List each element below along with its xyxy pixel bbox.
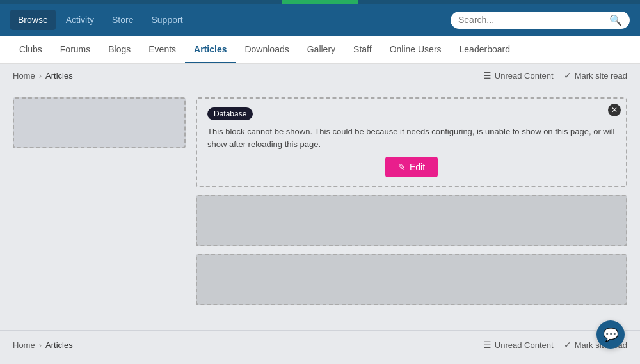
- search-button[interactable]: 🔍: [605, 14, 622, 26]
- unread-content-link-bottom[interactable]: ☰ Unread Content: [483, 340, 554, 350]
- nav-activity[interactable]: Activity: [58, 10, 102, 30]
- check-icon-top: ✓: [564, 70, 572, 81]
- edit-icon: ✎: [398, 162, 406, 172]
- mark-site-read-link-top[interactable]: ✓ Mark site read: [564, 70, 627, 81]
- left-column: [13, 97, 186, 320]
- left-placeholder-block: [13, 97, 186, 148]
- bottom-breadcrumb: Home › Articles: [13, 340, 73, 350]
- breadcrumb-current: Articles: [45, 71, 73, 81]
- bottom-breadcrumb-home[interactable]: Home: [13, 340, 35, 350]
- breadcrumb-separator: ›: [39, 71, 42, 81]
- close-button[interactable]: ✕: [608, 104, 621, 116]
- nav-staff[interactable]: Staff: [344, 36, 381, 63]
- bottom-breadcrumb-bar: Home › Articles ☰ Unread Content ✓ Mark …: [0, 330, 640, 359]
- nav-downloads[interactable]: Downloads: [236, 36, 298, 63]
- mark-site-read-label-top: Mark site read: [575, 71, 627, 81]
- chat-bubble[interactable]: 💬: [596, 320, 625, 349]
- unread-icon-top: ☰: [483, 70, 492, 81]
- breadcrumb: Home › Articles: [13, 71, 73, 81]
- right-column: ✕ Database This block cannot be shown. T…: [196, 97, 627, 320]
- nav-clubs[interactable]: Clubs: [10, 36, 51, 63]
- edit-button[interactable]: ✎ Edit: [385, 157, 438, 177]
- nav-articles[interactable]: Articles: [185, 36, 236, 63]
- bottom-breadcrumb-current: Articles: [45, 340, 73, 350]
- search-bar[interactable]: 🔍: [451, 12, 630, 29]
- nav-support[interactable]: Support: [144, 10, 191, 30]
- database-message: This block cannot be shown. This could b…: [207, 125, 616, 150]
- breadcrumb-home[interactable]: Home: [13, 71, 35, 81]
- bottom-breadcrumb-separator: ›: [39, 340, 42, 350]
- unread-content-link-top[interactable]: ☰ Unread Content: [483, 70, 554, 81]
- edit-label: Edit: [410, 162, 425, 172]
- nav-leaderboard[interactable]: Leaderboard: [451, 36, 519, 63]
- check-icon-bottom: ✓: [564, 340, 572, 350]
- main-content: ✕ Database This block cannot be shown. T…: [0, 87, 640, 330]
- search-input[interactable]: [458, 15, 605, 25]
- nav-browse[interactable]: Browse: [10, 10, 56, 30]
- unread-label-top: Unread Content: [495, 71, 554, 81]
- nav-events[interactable]: Events: [140, 36, 185, 63]
- top-breadcrumb-bar: Home › Articles ☰ Unread Content ✓ Mark …: [0, 64, 640, 87]
- content-block-1: [196, 195, 627, 246]
- unread-icon-bottom: ☰: [483, 340, 492, 350]
- database-tag: Database: [207, 107, 253, 120]
- nav-blogs[interactable]: Blogs: [99, 36, 140, 63]
- unread-label-bottom: Unread Content: [495, 340, 554, 350]
- content-block-2: [196, 254, 627, 305]
- footer: Contact Us Copyright © All Rights Reserv…: [0, 359, 640, 364]
- main-navbar: Browse Activity Store Support 🔍: [0, 4, 640, 36]
- nav-forums[interactable]: Forums: [51, 36, 99, 63]
- nav-links: Browse Activity Store Support: [10, 10, 451, 30]
- nav-store[interactable]: Store: [104, 10, 141, 30]
- secondary-navbar: Clubs Forums Blogs Events Articles Downl…: [0, 36, 640, 64]
- database-block: ✕ Database This block cannot be shown. T…: [196, 97, 627, 187]
- nav-online-users[interactable]: Online Users: [381, 36, 451, 63]
- top-actions: ☰ Unread Content ✓ Mark site read: [483, 70, 627, 81]
- nav-gallery[interactable]: Gallery: [298, 36, 344, 63]
